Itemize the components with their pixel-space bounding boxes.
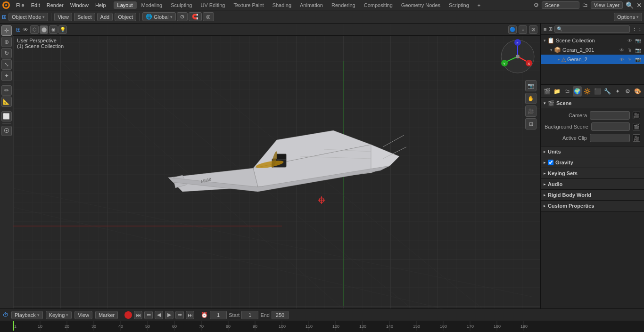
geran-2-restrict-render[interactable]: 📷 [635,56,641,63]
scene-section-header[interactable]: ▾ 🎬 Scene [541,98,644,108]
prop-icon-object[interactable]: ⬛ [593,86,602,97]
tab-geometry-nodes[interactable]: Geometry Nodes [397,1,444,9]
record-btn[interactable] [124,311,132,319]
pivot-btn[interactable]: ⊙ [177,12,188,21]
outliner-filter-icon[interactable]: ⊞ [548,26,553,32]
transform-global-btn[interactable]: 🌐 Global ▾ [142,12,176,21]
end-frame-field[interactable]: 250 [272,311,289,319]
outliner-sort[interactable]: ↕ [639,26,642,32]
viewport-gizmo[interactable]: Z X Y [499,38,537,75]
keying-header[interactable]: ▸ Keying Sets [541,168,644,178]
transform-tool-btn[interactable]: ✦ [1,71,12,81]
current-frame-field[interactable]: 1 [210,311,227,319]
tab-shading[interactable]: Shading [269,1,295,9]
tab-rendering[interactable]: Rendering [328,1,359,9]
add-menu-btn[interactable]: Add [97,13,113,21]
jump-end-btn[interactable]: ⏭ [186,311,194,319]
add-workspace-tab[interactable]: + [474,1,484,9]
object-menu-btn[interactable]: Object [115,13,136,21]
outliner-filter-funnel[interactable]: ⋮ [632,26,637,32]
camera2-btn[interactable]: 🎥 [525,105,537,117]
prop-icon-material[interactable]: 🎨 [633,86,642,97]
tab-layout[interactable]: Layout [114,1,137,9]
outliner-search[interactable]: 🔍 [554,25,629,33]
gravity-header[interactable]: ▸ Gravity [541,157,644,168]
custom-props-header[interactable]: ▸ Custom Properties [541,201,644,211]
menu-edit[interactable]: Edit [28,1,43,9]
viewport-3d[interactable]: ⊞ 👁 ⬡ ⬤ ◉ 💡 🔵 ○ ⊠ [13,24,540,308]
tab-scripting[interactable]: Scripting [445,1,473,9]
xray-toggle[interactable]: ⊠ [529,25,537,34]
prop-icon-output[interactable]: 📁 [553,86,561,97]
grid-btn[interactable]: ⊞ [525,118,537,130]
scene-name-field[interactable]: Scene [542,1,579,9]
tab-texture-paint[interactable]: Texture Paint [230,1,267,9]
step-back-btn[interactable]: ⬅ [144,311,153,319]
gravity-checkbox[interactable] [548,160,553,165]
top-right-close[interactable]: ✕ [636,1,642,9]
camera-view-btn[interactable]: 📷 [525,80,537,91]
prop-icon-modifier[interactable]: 🔧 [603,86,612,97]
search-icon[interactable]: 🔍 [626,1,634,9]
prop-icon-render[interactable]: 🎬 [543,86,552,97]
bg-scene-value-field[interactable] [591,122,630,131]
tl-view-menu[interactable]: View [74,311,92,319]
start-frame-field[interactable]: 1 [241,311,258,319]
outliner-geran-001[interactable]: ▾ 📦 Geran_2_001 👁 🖱 📷 [541,45,644,55]
object-mode-dropdown[interactable]: Object Mode▾ [8,13,48,21]
menu-window[interactable]: Window [67,1,91,9]
geran-001-restrict-view[interactable]: 👁 [619,47,625,53]
camera-value-field[interactable] [590,111,630,120]
rendered-btn[interactable]: 💡 [58,25,67,34]
annotate-tool-btn[interactable]: ✏ [1,85,12,96]
add-cube-btn[interactable]: ⬜ [1,111,12,121]
camera-eyedrop[interactable]: 🎥 [633,112,640,119]
keying-menu[interactable]: Keying▾ [46,311,72,319]
tab-sculpting[interactable]: Sculpting [167,1,196,9]
wireframe-btn[interactable]: ⬡ [30,25,39,34]
gizmo-toggle[interactable]: 🔵 [508,25,517,34]
material-btn[interactable]: ◉ [49,25,58,34]
select-menu-btn[interactable]: Select [74,13,95,21]
outliner-geran-2[interactable]: ▸ △ Geran_2 👁 🖱 📷 [541,55,644,64]
geran-001-restrict-render[interactable]: 📷 [635,47,641,53]
prop-icon-particles[interactable]: ✦ [613,86,622,97]
step-fwd-btn[interactable]: ➡ [175,311,184,319]
overlay-toggle[interactable]: ○ [519,25,527,34]
tab-animation[interactable]: Animation [296,1,327,9]
proportional-btn[interactable]: ◎ [203,12,214,21]
cursor-tool-btn[interactable]: ✛ [1,25,12,36]
audio-header[interactable]: ▸ Audio [541,179,644,189]
menu-render[interactable]: Render [44,1,66,9]
view-menu-btn[interactable]: View [54,13,72,21]
prop-icon-physics[interactable]: ⚙ [623,86,632,97]
geran-2-restrict-select[interactable]: 🖱 [627,56,633,63]
rigid-body-header[interactable]: ▸ Rigid Body World [541,190,644,200]
tab-uv-editing[interactable]: UV Editing [197,1,229,9]
view-layer-name-field[interactable]: View Layer [591,1,623,9]
scale-tool-btn[interactable]: ⤡ [1,59,12,70]
tab-compositing[interactable]: Compositing [360,1,396,9]
prop-icon-world[interactable]: 🔆 [583,86,592,97]
play-reverse-btn[interactable]: ◀ [155,311,163,319]
menu-file[interactable]: File [13,1,27,9]
play-btn[interactable]: ▶ [165,311,173,319]
menu-help[interactable]: Help [92,1,109,9]
geran-2-restrict-view[interactable]: 👁 [619,56,625,63]
rotate-tool-btn[interactable]: ↻ [1,48,12,58]
geran-001-restrict-select[interactable]: 🖱 [627,47,633,53]
hand-tool-btn[interactable]: ✋ [525,93,537,104]
measure-tool-btn[interactable]: 📐 [1,97,12,107]
origin-tool-btn[interactable]: ⦿ [1,126,12,136]
playback-menu[interactable]: Playback▾ [11,311,43,319]
active-clip-icon[interactable]: 🎥 [633,134,640,142]
solid-btn[interactable]: ⬤ [40,25,48,34]
units-header[interactable]: ▸ Units [541,146,644,157]
timeline-ruler[interactable]: 1 10 20 30 40 50 60 70 80 90 100 110 120 [0,321,644,332]
marker-menu[interactable]: Marker [95,311,118,319]
jump-start-btn[interactable]: ⏮ [134,311,142,319]
active-clip-value-field[interactable] [590,134,630,142]
move-tool-btn[interactable]: ⊕ [1,37,12,47]
bg-scene-icon[interactable]: 🎬 [633,123,640,130]
outliner-scene-collection[interactable]: ▾ 📋 Scene Collection 👁 📷 [541,36,644,45]
